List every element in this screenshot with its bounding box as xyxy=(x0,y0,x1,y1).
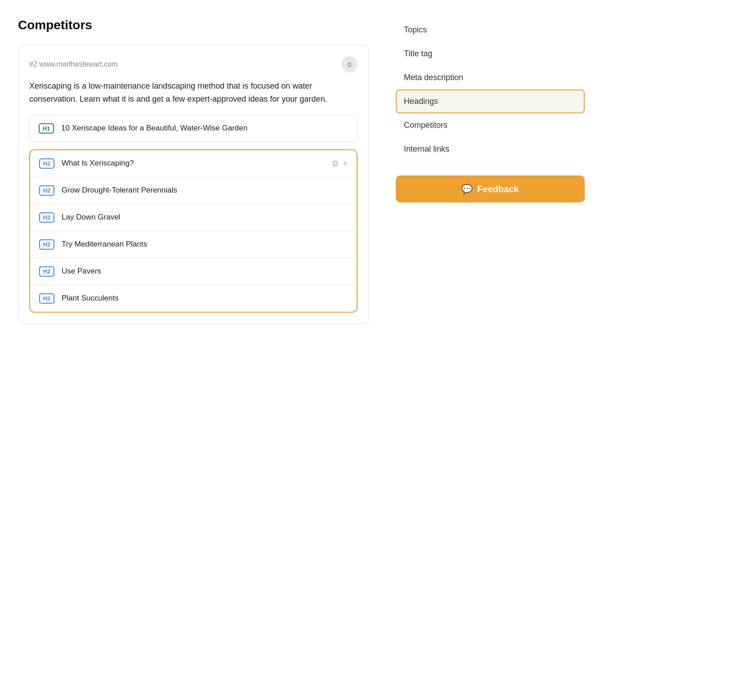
h2-actions: ⧉+ xyxy=(332,159,348,168)
sidebar: TopicsTitle tagMeta descriptionHeadingsC… xyxy=(396,18,585,682)
nav-item-internal-links[interactable]: Internal links xyxy=(396,137,585,161)
nav-item-competitors[interactable]: Competitors xyxy=(396,113,585,137)
nav-item-headings[interactable]: Headings xyxy=(396,90,585,113)
h2-tag: H2 xyxy=(39,185,54,196)
h2-tag: H2 xyxy=(39,158,54,169)
competitor-card: #2 www.marthastewart.com 0 Xeriscaping i… xyxy=(18,45,369,324)
feedback-label: Feedback xyxy=(477,184,519,194)
nav-item-topics[interactable]: Topics xyxy=(396,18,585,42)
h1-tag: H1 xyxy=(39,123,54,134)
h2-row: H2Grow Drought-Tolerant Perennials xyxy=(30,177,357,204)
h1-text: 10 Xeriscape Ideas for a Beautiful, Wate… xyxy=(61,124,247,133)
card-description: Xeriscaping is a low-maintenance landsca… xyxy=(29,80,358,106)
h2-row: H2Lay Down Gravel xyxy=(30,204,357,231)
nav-item-meta-description[interactable]: Meta description xyxy=(396,66,585,90)
nav-item-title-tag[interactable]: Title tag xyxy=(396,42,585,66)
h2-text: Grow Drought-Tolerant Perennials xyxy=(62,186,348,195)
h2-text: Try Mediterranean Plants xyxy=(62,240,348,249)
h2-row: H2Try Mediterranean Plants xyxy=(30,231,357,258)
h2-text: Lay Down Gravel xyxy=(62,213,348,222)
h2-text: Use Pavers xyxy=(62,267,348,276)
h2-text: Plant Succulents xyxy=(62,294,348,303)
h2-row: H2What Is Xeriscaping?⧉+ xyxy=(30,150,357,177)
h2-group: H2What Is Xeriscaping?⧉+H2Grow Drought-T… xyxy=(29,149,358,313)
h2-row: H2Plant Succulents xyxy=(30,285,357,312)
card-badge: 0 xyxy=(341,56,358,72)
h1-row: H1 10 Xeriscape Ideas for a Beautiful, W… xyxy=(29,115,358,142)
page-title: Competitors xyxy=(18,18,369,32)
h2-tag: H2 xyxy=(39,266,54,277)
feedback-button[interactable]: 💬 Feedback xyxy=(396,175,585,202)
h2-tag: H2 xyxy=(39,212,54,223)
h2-tag: H2 xyxy=(39,293,54,304)
h2-text: What Is Xeriscaping? xyxy=(62,159,325,168)
h2-tag: H2 xyxy=(39,239,54,250)
add-icon[interactable]: + xyxy=(343,159,348,168)
main-content: Competitors #2 www.marthastewart.com 0 X… xyxy=(18,18,369,682)
h2-row: H2Use Pavers xyxy=(30,258,357,285)
card-url: #2 www.marthastewart.com xyxy=(29,60,118,68)
copy-icon[interactable]: ⧉ xyxy=(332,159,338,168)
feedback-icon: 💬 xyxy=(461,184,473,194)
card-header: #2 www.marthastewart.com 0 xyxy=(29,56,358,72)
nav-list: TopicsTitle tagMeta descriptionHeadingsC… xyxy=(396,18,585,161)
